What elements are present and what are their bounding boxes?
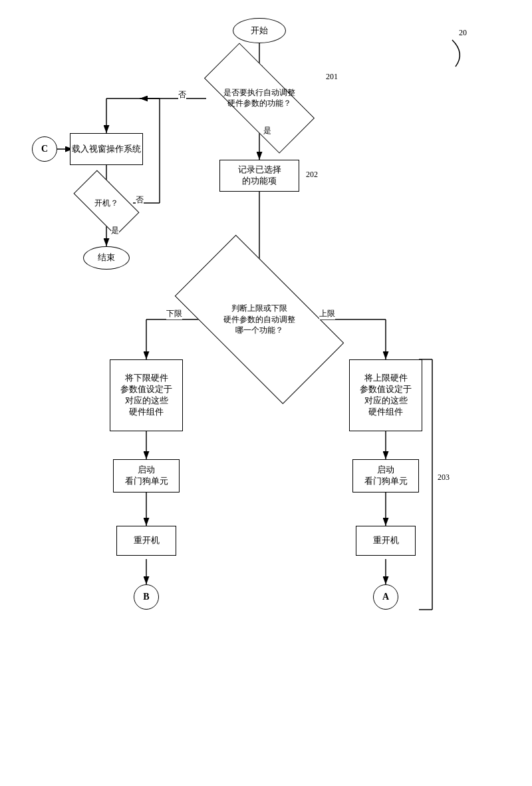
set-upper-node: 将上限硬件 参数值设定于 对应的这些 硬件组件 (349, 359, 422, 431)
terminal-c: C (32, 136, 57, 162)
label-yes-decision1: 是 (263, 125, 271, 136)
ref-20: 20 (459, 28, 467, 38)
label-no-decision1: 否 (178, 89, 186, 100)
decision1-node: 是否要执行自动调整 硬件参数的功能？ (206, 73, 313, 123)
watchdog-upper-node: 启动 看门狗单元 (352, 459, 419, 492)
set-lower-node: 将下限硬件 参数值设定于 对应的这些 硬件组件 (110, 359, 183, 431)
load-windows-node: 载入视窗操作系统 (70, 133, 143, 165)
record-node: 记录已选择 的功能项 (219, 160, 299, 192)
label-no-boot: 否 (136, 194, 144, 206)
reboot-upper-node: 重开机 (356, 526, 416, 556)
decision2-node: 判断上限或下限 硬件参数的自动调整 哪一个功能？ (183, 276, 336, 363)
label-lower-limit: 下限 (166, 308, 182, 319)
end-node: 结束 (83, 246, 130, 270)
ref-203: 203 (438, 473, 450, 483)
watchdog-lower-node: 启动 看门狗单元 (113, 459, 180, 492)
ref-201: 201 (326, 72, 338, 82)
ref-202: 202 (306, 170, 318, 180)
start-node: 开始 (233, 18, 286, 43)
terminal-b: B (134, 584, 159, 610)
flowchart-diagram: 开始 是否要执行自动调整 硬件参数的功能？ 记录已选择 的功能项 载入视窗操作系… (0, 0, 532, 786)
reboot-lower-node: 重开机 (116, 526, 176, 556)
decision-boot-node: 开机？ (76, 186, 136, 220)
terminal-a: A (373, 584, 398, 610)
label-yes-boot: 是 (111, 225, 119, 236)
